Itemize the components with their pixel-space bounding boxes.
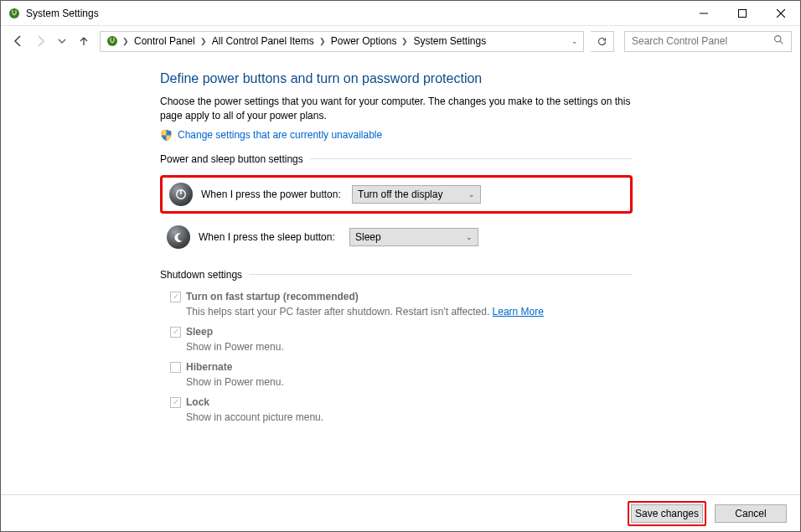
navigation-row: ❯ Control Panel ❯ All Control Panel Item… [1,26,800,56]
svg-point-0 [9,8,19,18]
shutdown-settings-list: Turn on fast startup (recommended) This … [160,291,633,423]
up-button[interactable] [75,32,93,50]
address-dropdown-icon[interactable]: ⌄ [571,37,578,45]
lock-checkbox[interactable] [170,397,181,408]
footer: Save changes Cancel [1,494,800,531]
main-content: Define power buttons and turn on passwor… [1,56,800,494]
chevron-right-icon[interactable]: ❯ [122,37,129,45]
sleep-button-icon [167,225,190,249]
divider [249,274,633,275]
power-button-action-select[interactable]: Turn off the display ⌄ [352,185,481,204]
sleep-description: Show in Power menu. [186,341,633,353]
fast-startup-option: Turn on fast startup (recommended) [170,291,633,302]
sleep-button-label: When I press the sleep button: [199,231,341,243]
sleep-label: Sleep [186,326,213,338]
uac-shield-icon [160,129,173,142]
close-button[interactable] [762,1,800,25]
minimize-button[interactable] [685,1,723,25]
power-options-icon [106,34,119,48]
fast-startup-checkbox[interactable] [170,292,181,302]
maximize-button[interactable] [723,1,762,25]
breadcrumb-system-settings[interactable]: System Settings [411,35,488,47]
back-button[interactable] [9,32,28,50]
search-box[interactable] [624,31,792,52]
window-title: System Settings [26,8,99,19]
breadcrumb-power-options[interactable]: Power Options [329,35,399,47]
chevron-down-icon: ⌄ [466,233,473,241]
sleep-option: Sleep [170,326,633,338]
select-value: Sleep [355,231,381,243]
address-bar[interactable]: ❯ Control Panel ❯ All Control Panel Item… [100,31,584,52]
svg-rect-2 [739,9,747,17]
chevron-down-icon: ⌄ [468,190,475,199]
chevron-right-icon[interactable]: ❯ [401,37,408,45]
select-value: Turn off the display [358,189,442,200]
sleep-button-action-select[interactable]: Sleep ⌄ [349,228,478,246]
power-button-label: When I press the power button: [201,189,344,200]
chevron-right-icon[interactable]: ❯ [319,37,326,45]
svg-line-7 [780,41,783,44]
hibernate-checkbox[interactable] [170,362,181,373]
hibernate-description: Show in Power menu. [186,376,633,388]
sleep-button-row: When I press the sleep button: Sleep ⌄ [160,220,633,254]
lock-description: Show in account picture menu. [186,411,633,423]
power-options-icon [8,7,21,20]
section-power-sleep-buttons: Power and sleep button settings [160,153,633,165]
hibernate-label: Hibernate [186,361,232,373]
chevron-right-icon[interactable]: ❯ [200,37,207,45]
search-input[interactable] [632,35,766,47]
sleep-checkbox[interactable] [170,327,181,338]
change-unavailable-settings-link[interactable]: Change settings that are currently unava… [178,129,382,141]
divider [310,158,633,159]
svg-point-5 [107,36,117,46]
hibernate-option: Hibernate [170,361,633,373]
save-changes-button[interactable]: Save changes [631,504,703,523]
save-button-highlight: Save changes [628,501,706,526]
cancel-button[interactable]: Cancel [715,504,787,523]
breadcrumb-all-items[interactable]: All Control Panel Items [210,35,316,47]
change-settings-link-row: Change settings that are currently unava… [160,129,633,142]
section-label: Shutdown settings [160,269,242,281]
breadcrumb-control-panel[interactable]: Control Panel [132,35,197,47]
titlebar: System Settings [1,1,800,26]
lock-label: Lock [186,396,209,408]
recent-locations-dropdown[interactable] [53,32,71,50]
svg-point-6 [775,36,781,42]
fast-startup-label: Turn on fast startup (recommended) [186,291,359,302]
page-heading: Define power buttons and turn on passwor… [160,71,633,86]
forward-button[interactable] [31,32,49,50]
page-intro: Choose the power settings that you want … [160,95,633,124]
section-shutdown-settings: Shutdown settings [160,269,633,281]
power-button-icon [169,183,193,206]
refresh-button[interactable] [591,31,614,52]
search-icon [773,34,784,48]
lock-option: Lock [170,396,633,408]
window-controls [685,1,800,25]
power-button-row: When I press the power button: Turn off … [160,175,633,214]
section-label: Power and sleep button settings [160,153,303,165]
learn-more-link[interactable]: Learn More [493,306,544,318]
fast-startup-description: This helps start your PC faster after sh… [186,306,633,318]
